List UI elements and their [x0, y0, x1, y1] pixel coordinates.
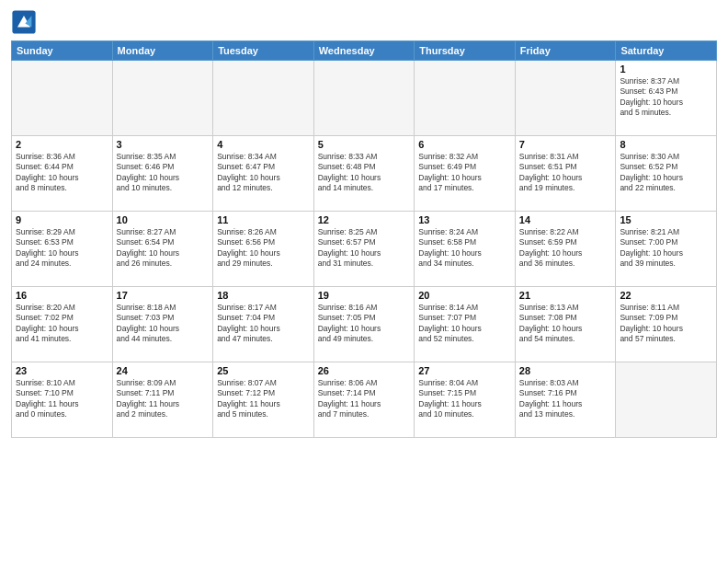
day-number: 19	[318, 290, 411, 301]
header	[11, 9, 717, 35]
day-info: Sunrise: 8:29 AM Sunset: 6:53 PM Dayligh…	[16, 227, 108, 270]
page: SundayMondayTuesdayWednesdayThursdayFrid…	[0, 0, 728, 563]
calendar-cell: 11Sunrise: 8:26 AM Sunset: 6:56 PM Dayli…	[213, 212, 314, 287]
week-row-1: 2Sunrise: 8:36 AM Sunset: 6:44 PM Daylig…	[12, 136, 717, 212]
day-info: Sunrise: 8:36 AM Sunset: 6:44 PM Dayligh…	[16, 152, 108, 194]
week-row-2: 9Sunrise: 8:29 AM Sunset: 6:53 PM Daylig…	[12, 212, 717, 287]
day-info: Sunrise: 8:10 AM Sunset: 7:10 PM Dayligh…	[16, 378, 108, 420]
day-number: 14	[519, 214, 612, 225]
day-info: Sunrise: 8:34 AM Sunset: 6:47 PM Dayligh…	[217, 152, 310, 194]
week-row-0: 1Sunrise: 8:37 AM Sunset: 6:43 PM Daylig…	[12, 61, 717, 136]
day-number: 1	[620, 63, 712, 75]
calendar-cell: 3Sunrise: 8:35 AM Sunset: 6:46 PM Daylig…	[112, 136, 213, 212]
calendar-cell: 4Sunrise: 8:34 AM Sunset: 6:47 PM Daylig…	[213, 136, 314, 212]
day-number: 25	[217, 365, 310, 376]
weekday-header-row: SundayMondayTuesdayWednesdayThursdayFrid…	[12, 41, 717, 61]
calendar-cell: 21Sunrise: 8:13 AM Sunset: 7:08 PM Dayli…	[515, 287, 616, 362]
calendar-cell	[313, 61, 415, 136]
day-info: Sunrise: 8:26 AM Sunset: 6:56 PM Dayligh…	[217, 227, 310, 270]
day-number: 17	[117, 290, 210, 301]
calendar-cell: 18Sunrise: 8:17 AM Sunset: 7:04 PM Dayli…	[213, 287, 314, 362]
day-number: 18	[217, 290, 310, 301]
day-info: Sunrise: 8:13 AM Sunset: 7:08 PM Dayligh…	[519, 303, 612, 345]
day-number: 26	[318, 365, 411, 376]
weekday-header-thursday: Thursday	[415, 41, 516, 61]
day-number: 10	[117, 214, 210, 225]
day-info: Sunrise: 8:04 AM Sunset: 7:15 PM Dayligh…	[418, 378, 511, 420]
calendar-cell: 13Sunrise: 8:24 AM Sunset: 6:58 PM Dayli…	[415, 212, 516, 287]
day-info: Sunrise: 8:33 AM Sunset: 6:48 PM Dayligh…	[318, 152, 411, 194]
calendar-cell	[616, 362, 717, 438]
weekday-header-friday: Friday	[515, 41, 616, 61]
logo-icon	[11, 9, 37, 35]
calendar-cell: 14Sunrise: 8:22 AM Sunset: 6:59 PM Dayli…	[515, 212, 616, 287]
day-number: 23	[16, 365, 108, 376]
day-info: Sunrise: 8:16 AM Sunset: 7:05 PM Dayligh…	[318, 303, 411, 345]
day-info: Sunrise: 8:18 AM Sunset: 7:03 PM Dayligh…	[117, 303, 210, 345]
calendar-cell: 5Sunrise: 8:33 AM Sunset: 6:48 PM Daylig…	[313, 136, 415, 212]
day-number: 6	[418, 139, 511, 150]
calendar-cell: 23Sunrise: 8:10 AM Sunset: 7:10 PM Dayli…	[12, 362, 113, 438]
day-info: Sunrise: 8:07 AM Sunset: 7:12 PM Dayligh…	[217, 378, 310, 420]
calendar-cell: 28Sunrise: 8:03 AM Sunset: 7:16 PM Dayli…	[515, 362, 616, 438]
day-number: 20	[418, 290, 511, 301]
day-number: 9	[16, 214, 108, 225]
day-info: Sunrise: 8:35 AM Sunset: 6:46 PM Dayligh…	[117, 152, 210, 194]
day-info: Sunrise: 8:32 AM Sunset: 6:49 PM Dayligh…	[418, 152, 511, 194]
calendar-cell: 15Sunrise: 8:21 AM Sunset: 7:00 PM Dayli…	[616, 212, 717, 287]
day-info: Sunrise: 8:27 AM Sunset: 6:54 PM Dayligh…	[117, 227, 210, 270]
calendar-cell: 6Sunrise: 8:32 AM Sunset: 6:49 PM Daylig…	[415, 136, 516, 212]
day-info: Sunrise: 8:14 AM Sunset: 7:07 PM Dayligh…	[418, 303, 511, 345]
calendar-cell: 27Sunrise: 8:04 AM Sunset: 7:15 PM Dayli…	[415, 362, 516, 438]
day-number: 13	[418, 214, 511, 225]
day-number: 28	[519, 365, 612, 376]
day-info: Sunrise: 8:31 AM Sunset: 6:51 PM Dayligh…	[519, 152, 612, 194]
calendar-cell: 16Sunrise: 8:20 AM Sunset: 7:02 PM Dayli…	[12, 287, 113, 362]
calendar-cell: 10Sunrise: 8:27 AM Sunset: 6:54 PM Dayli…	[112, 212, 213, 287]
calendar-cell: 22Sunrise: 8:11 AM Sunset: 7:09 PM Dayli…	[616, 287, 717, 362]
calendar-cell: 1Sunrise: 8:37 AM Sunset: 6:43 PM Daylig…	[616, 61, 717, 136]
calendar-cell	[515, 61, 616, 136]
day-number: 12	[318, 214, 411, 225]
calendar-cell: 19Sunrise: 8:16 AM Sunset: 7:05 PM Dayli…	[313, 287, 415, 362]
day-number: 22	[620, 290, 712, 301]
calendar-cell	[415, 61, 516, 136]
calendar-cell: 17Sunrise: 8:18 AM Sunset: 7:03 PM Dayli…	[112, 287, 213, 362]
day-number: 5	[318, 139, 411, 150]
calendar-cell	[213, 61, 314, 136]
day-number: 8	[620, 139, 712, 150]
day-info: Sunrise: 8:37 AM Sunset: 6:43 PM Dayligh…	[620, 76, 712, 119]
day-number: 21	[519, 290, 612, 301]
calendar-cell	[112, 61, 213, 136]
weekday-header-saturday: Saturday	[616, 41, 717, 61]
weekday-header-tuesday: Tuesday	[213, 41, 314, 61]
day-info: Sunrise: 8:30 AM Sunset: 6:52 PM Dayligh…	[620, 152, 712, 194]
day-info: Sunrise: 8:11 AM Sunset: 7:09 PM Dayligh…	[620, 303, 712, 345]
day-info: Sunrise: 8:25 AM Sunset: 6:57 PM Dayligh…	[318, 227, 411, 270]
calendar-cell: 12Sunrise: 8:25 AM Sunset: 6:57 PM Dayli…	[313, 212, 415, 287]
week-row-4: 23Sunrise: 8:10 AM Sunset: 7:10 PM Dayli…	[12, 362, 717, 438]
day-number: 11	[217, 214, 310, 225]
weekday-header-sunday: Sunday	[12, 41, 113, 61]
calendar-cell: 2Sunrise: 8:36 AM Sunset: 6:44 PM Daylig…	[12, 136, 113, 212]
weekday-header-monday: Monday	[112, 41, 213, 61]
day-number: 4	[217, 139, 310, 150]
day-number: 2	[16, 139, 108, 150]
day-info: Sunrise: 8:03 AM Sunset: 7:16 PM Dayligh…	[519, 378, 612, 420]
day-info: Sunrise: 8:22 AM Sunset: 6:59 PM Dayligh…	[519, 227, 612, 270]
day-number: 7	[519, 139, 612, 150]
day-info: Sunrise: 8:20 AM Sunset: 7:02 PM Dayligh…	[16, 303, 108, 345]
calendar-cell: 20Sunrise: 8:14 AM Sunset: 7:07 PM Dayli…	[415, 287, 516, 362]
day-number: 24	[117, 365, 210, 376]
day-info: Sunrise: 8:06 AM Sunset: 7:14 PM Dayligh…	[318, 378, 411, 420]
calendar-cell: 9Sunrise: 8:29 AM Sunset: 6:53 PM Daylig…	[12, 212, 113, 287]
week-row-3: 16Sunrise: 8:20 AM Sunset: 7:02 PM Dayli…	[12, 287, 717, 362]
day-info: Sunrise: 8:17 AM Sunset: 7:04 PM Dayligh…	[217, 303, 310, 345]
day-number: 15	[620, 214, 712, 225]
calendar-cell: 7Sunrise: 8:31 AM Sunset: 6:51 PM Daylig…	[515, 136, 616, 212]
calendar-cell: 8Sunrise: 8:30 AM Sunset: 6:52 PM Daylig…	[616, 136, 717, 212]
day-info: Sunrise: 8:09 AM Sunset: 7:11 PM Dayligh…	[117, 378, 210, 420]
day-number: 16	[16, 290, 108, 301]
day-number: 27	[418, 365, 511, 376]
calendar-table: SundayMondayTuesdayWednesdayThursdayFrid…	[11, 40, 717, 438]
